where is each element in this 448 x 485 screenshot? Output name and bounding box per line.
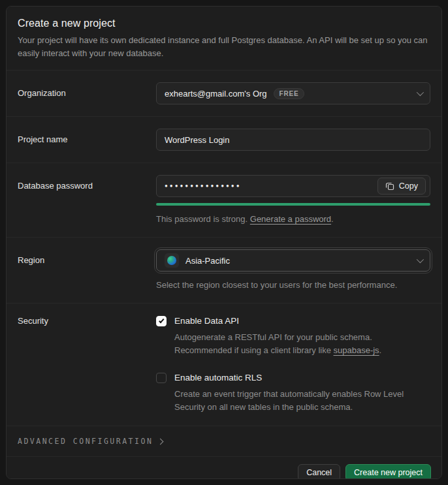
region-label: Region xyxy=(18,249,156,291)
enable-automatic-rls-label[interactable]: Enable automatic RLS xyxy=(174,372,430,383)
advanced-configuration-label: ADVANCED CONFIGURATION xyxy=(18,437,153,446)
region-hint: Select the region closest to your users … xyxy=(156,279,430,291)
plan-badge: FREE xyxy=(274,88,305,99)
database-password-label: Database password xyxy=(18,175,156,225)
enable-automatic-rls-description: Create an event trigger that automatical… xyxy=(174,388,430,414)
organization-label: Organization xyxy=(18,82,156,104)
security-row: Security Enable Data API Autogenerate a … xyxy=(7,304,441,426)
enable-data-api-description: Autogenerate a RESTful API for your publ… xyxy=(174,331,430,357)
enable-automatic-rls-checkbox[interactable] xyxy=(156,373,167,383)
copy-button-label: Copy xyxy=(399,181,418,191)
organization-value: exhearts@gmail.com's Org xyxy=(165,89,267,99)
project-name-row: Project name WordPress Login xyxy=(7,117,441,163)
project-name-input[interactable]: WordPress Login xyxy=(156,129,430,151)
enable-data-api-option: Enable Data API Autogenerate a RESTful A… xyxy=(156,315,430,357)
dialog-header: Create a new project Your project will h… xyxy=(7,7,441,70)
copy-icon xyxy=(385,181,394,191)
region-value: Asia-Pacific xyxy=(185,256,230,266)
password-strength-hint: This password is strong. Generate a pass… xyxy=(156,213,430,225)
password-masked-value: ●●●●●●●●●●●●●●● xyxy=(165,183,377,189)
advanced-configuration-toggle[interactable]: ADVANCED CONFIGURATION xyxy=(7,426,441,457)
modal-overlay: Create a new project Your project will h… xyxy=(0,0,448,485)
cancel-button[interactable]: Cancel xyxy=(298,464,340,479)
project-name-value: WordPress Login xyxy=(165,135,229,145)
project-name-label: Project name xyxy=(18,129,156,151)
region-select[interactable]: Asia-Pacific xyxy=(156,249,430,272)
globe-icon xyxy=(165,253,179,268)
organization-select[interactable]: exhearts@gmail.com's Org FREE xyxy=(156,82,430,104)
dialog-footer: Cancel Create new project xyxy=(7,457,441,479)
region-row: Region Asia-Pacific Select the region cl… xyxy=(7,238,441,304)
dialog-title: Create a new project xyxy=(18,18,430,29)
checkmark-icon xyxy=(159,318,164,324)
strength-message: This password is strong. xyxy=(156,214,250,224)
organization-row: Organization exhearts@gmail.com's Org FR… xyxy=(7,70,441,117)
dialog-description: Your project will have its own dedicated… xyxy=(18,34,430,60)
chevron-down-icon xyxy=(417,256,424,263)
database-password-row: Database password ●●●●●●●●●●●●●●● Copy xyxy=(7,163,441,238)
supabase-js-link[interactable]: supabase-js xyxy=(334,345,379,355)
chevron-right-icon xyxy=(157,438,164,445)
create-new-project-button[interactable]: Create new project xyxy=(345,464,431,479)
enable-automatic-rls-option: Enable automatic RLS Create an event tri… xyxy=(156,372,430,414)
security-label: Security xyxy=(18,315,156,414)
chevron-down-icon xyxy=(417,89,424,96)
password-strength-meter xyxy=(156,203,430,206)
create-project-dialog: Create a new project Your project will h… xyxy=(6,6,442,479)
enable-data-api-label[interactable]: Enable Data API xyxy=(174,315,430,326)
enable-data-api-checkbox[interactable] xyxy=(156,316,167,326)
copy-password-button[interactable]: Copy xyxy=(377,178,426,195)
database-password-input[interactable]: ●●●●●●●●●●●●●●● Copy xyxy=(156,175,430,197)
generate-password-link[interactable]: Generate a password xyxy=(250,214,331,224)
